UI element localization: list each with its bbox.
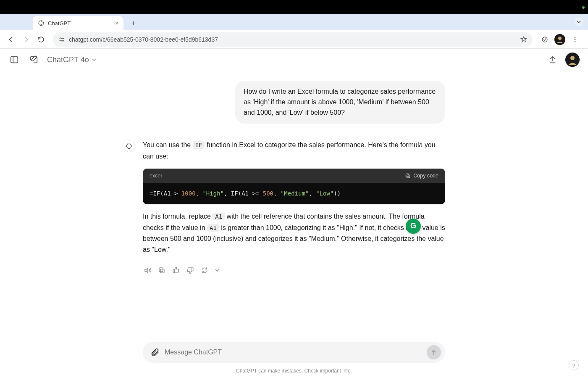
code-language-label: excel	[150, 172, 162, 180]
arrow-up-icon	[430, 349, 438, 356]
model-selector[interactable]: ChatGPT 4o	[47, 55, 97, 64]
copy-message-icon[interactable]	[157, 266, 166, 275]
new-tab-button[interactable]: +	[128, 17, 139, 29]
assistant-avatar-icon	[123, 140, 135, 152]
svg-point-12	[570, 56, 575, 60]
back-button[interactable]	[5, 34, 17, 45]
svg-rect-9	[11, 57, 18, 63]
close-tab-icon[interactable]: ×	[115, 20, 118, 26]
star-bookmark-icon[interactable]	[520, 36, 528, 43]
svg-point-2	[62, 40, 63, 41]
toolbar-right	[538, 33, 583, 46]
tabs-dropdown-icon[interactable]	[575, 18, 583, 26]
more-chevron-down-icon[interactable]	[214, 266, 220, 275]
user-avatar[interactable]	[565, 53, 580, 67]
send-button[interactable]	[427, 345, 441, 359]
inline-code-if: IF	[193, 141, 205, 149]
footer-disclaimer: ChatGPT can make mistakes. Check importa…	[0, 368, 588, 374]
assistant-explain: In this formula, replace A1 with the cel…	[143, 211, 445, 256]
forward-button[interactable]	[20, 34, 32, 45]
browser-menu-icon[interactable]	[569, 33, 581, 46]
chevron-down-icon	[92, 57, 97, 62]
svg-rect-16	[159, 268, 163, 272]
read-aloud-icon[interactable]	[143, 266, 152, 275]
reload-button[interactable]	[35, 34, 47, 45]
chat-inner: How do I write an Excel formula to categ…	[143, 71, 445, 275]
address-bar[interactable]: chatgpt.com/c/66eab525-0370-8002-bee0-ef…	[53, 32, 533, 47]
user-message-text: How do I write an Excel formula to categ…	[244, 88, 436, 116]
svg-point-8	[575, 41, 576, 42]
sidebar-toggle-icon[interactable]	[8, 54, 20, 66]
composer	[143, 342, 445, 363]
regenerate-icon[interactable]	[200, 266, 209, 275]
app-header-left: ChatGPT 4o	[8, 54, 97, 66]
svg-point-3	[542, 37, 547, 42]
code-content: =IF(A1 > 1000, "High", IF(A1 >= 500, "Me…	[143, 183, 445, 204]
tab-title: ChatGPT	[48, 20, 71, 26]
copy-icon	[405, 173, 411, 179]
status-dot-icon	[582, 6, 585, 9]
model-name: ChatGPT 4o	[47, 55, 89, 64]
grammarly-icon[interactable]: G	[406, 219, 421, 234]
copy-code-label: Copy code	[413, 172, 438, 180]
thumbs-up-icon[interactable]	[171, 266, 181, 275]
code-header: excel Copy code	[143, 169, 445, 183]
inline-code-a1-1: A1	[213, 213, 225, 220]
assistant-message: You can use the IF function in Excel to …	[143, 140, 445, 275]
browser-toolbar: chatgpt.com/c/66eab525-0370-8002-bee0-ef…	[0, 30, 588, 49]
svg-point-1	[60, 38, 61, 39]
user-message: How do I write an Excel formula to categ…	[235, 81, 445, 124]
extension-icon[interactable]	[538, 33, 551, 46]
new-chat-icon[interactable]	[28, 54, 39, 66]
svg-rect-13	[407, 175, 410, 178]
message-actions	[143, 266, 445, 275]
composer-box[interactable]	[143, 342, 445, 363]
svg-rect-14	[406, 174, 409, 177]
thumbs-down-icon[interactable]	[186, 266, 195, 275]
help-button[interactable]: ?	[569, 360, 579, 370]
browser-tab-active[interactable]: ChatGPT ×	[33, 16, 123, 30]
message-input[interactable]	[165, 349, 423, 356]
code-block: excel Copy code =IF(A1 > 1000, "High", I…	[143, 169, 445, 204]
site-settings-icon[interactable]	[58, 36, 66, 43]
chat-area: How do I write an Excel formula to categ…	[0, 71, 588, 275]
browser-tab-strip: ChatGPT × +	[0, 14, 588, 30]
chatgpt-favicon-icon	[38, 20, 45, 26]
share-icon[interactable]	[547, 54, 559, 66]
inline-code-a1-2: A1	[207, 224, 219, 232]
attach-icon[interactable]	[150, 347, 160, 358]
svg-point-5	[558, 37, 562, 40]
svg-rect-15	[160, 269, 164, 273]
os-titlebar	[0, 0, 588, 14]
browser-profile-avatar[interactable]	[554, 34, 565, 45]
url-text: chatgpt.com/c/66eab525-0370-8002-bee0-ef…	[69, 36, 218, 43]
svg-point-7	[575, 39, 576, 40]
app-header-right	[547, 53, 580, 67]
copy-code-button[interactable]: Copy code	[405, 172, 438, 180]
svg-point-6	[575, 37, 576, 38]
assistant-body: You can use the IF function in Excel to …	[143, 140, 445, 275]
assistant-intro: You can use the IF function in Excel to …	[143, 140, 445, 162]
app-header: ChatGPT 4o	[0, 49, 588, 71]
